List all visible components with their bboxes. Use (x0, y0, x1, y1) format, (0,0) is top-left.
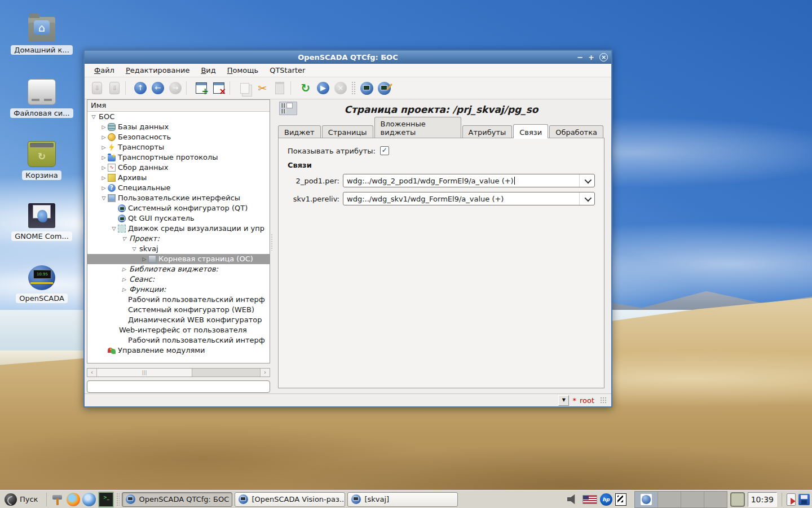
link-combobox[interactable]: wdg:../wdg_2_pod1/wdg_FormEl9/a_value (+… (343, 174, 595, 187)
scroll-right-arrow-icon[interactable]: › (260, 369, 270, 376)
tab-6[interactable]: Обработка (549, 125, 603, 138)
close-button[interactable]: × (599, 53, 608, 62)
hp-tray-icon[interactable] (600, 493, 612, 506)
expander-open-icon[interactable]: ▽ (120, 234, 128, 244)
tree-item[interactable]: Qt GUI пускатель (87, 213, 270, 224)
show-desktop-button[interactable] (730, 492, 745, 507)
splitter-handle[interactable] (271, 234, 273, 251)
scrollbar-track[interactable] (192, 369, 260, 376)
tree-item[interactable]: ▷Корневая страница (ОС) (87, 254, 270, 264)
tab-2[interactable]: Страницы (322, 125, 373, 138)
expander-closed-icon[interactable]: ▷ (140, 254, 148, 264)
tree-item[interactable]: ▷Безопасность (87, 132, 270, 142)
qtcfg-starter-button[interactable] (359, 80, 374, 96)
expander-closed-icon[interactable]: ▷ (120, 284, 128, 295)
tree-item[interactable]: Web-интерфейс от пользователя (87, 325, 270, 335)
tree-search-input[interactable] (87, 380, 270, 393)
refresh-button[interactable]: ↻ (298, 80, 314, 96)
tree-item[interactable]: Рабочий пользовательский интерф (87, 295, 270, 305)
scrollbar-thumb[interactable] (97, 369, 192, 376)
tree-item[interactable]: ▷Транспортные протоколы (87, 152, 270, 163)
expander-closed-icon[interactable]: ▷ (100, 163, 108, 173)
desktop-icon-gnome-commander[interactable]: GNOME Com... (8, 203, 76, 241)
add-item-button[interactable] (193, 80, 209, 96)
tree-item[interactable]: Рабочий пользовательский интерф (87, 335, 270, 345)
task-button-1[interactable]: OpenSCADA QTCfg: БОС (122, 492, 232, 507)
delete-item-button[interactable] (211, 80, 227, 96)
combobox-dropdown-button[interactable] (579, 192, 594, 205)
desktop-icon-trash[interactable]: Корзина (8, 141, 76, 180)
combobox-value[interactable]: wdg:../wdg_skv1/wdg_FormEl9/a_value (+) (343, 195, 579, 203)
menu-item[interactable]: Файл (89, 65, 120, 76)
expander-closed-icon[interactable]: ▷ (100, 142, 108, 152)
pager-desktop-1[interactable] (635, 492, 658, 507)
tree-item[interactable]: Системный конфигуратор (QT) (87, 203, 270, 213)
up-button[interactable]: ↑ (133, 80, 148, 96)
expander-open-icon[interactable]: ▽ (130, 244, 138, 254)
expander-closed-icon[interactable]: ▷ (100, 122, 108, 132)
expander-closed-icon[interactable]: ▷ (100, 183, 108, 193)
tree-item[interactable]: ▷Сбор данных (87, 163, 270, 173)
pager-desktop-3[interactable] (681, 492, 704, 507)
pager-desktop-2[interactable] (658, 492, 681, 507)
link-combobox[interactable]: wdg:../wdg_skv1/wdg_FormEl9/a_value (+) (343, 192, 595, 205)
clock[interactable]: 10:39 (748, 492, 777, 507)
expander-closed-icon[interactable]: ▷ (100, 173, 108, 183)
tree-horizontal-scrollbar[interactable]: ‹ › (87, 368, 270, 377)
start-button[interactable]: Пуск (2, 492, 42, 507)
save-session-icon[interactable] (798, 494, 810, 505)
combobox-value[interactable]: wdg:../wdg_2_pod1/wdg_FormEl9/a_value (+… (343, 177, 579, 185)
expander-open-icon[interactable]: ▽ (110, 224, 118, 234)
expander-closed-icon[interactable]: ▷ (100, 132, 108, 142)
tab-5[interactable]: Связи (513, 124, 548, 138)
thunderbird-launcher-icon[interactable] (82, 493, 96, 506)
expander-open-icon[interactable]: ▽ (100, 193, 108, 203)
expander-closed-icon[interactable]: ▷ (120, 264, 128, 274)
pager-desktop-4[interactable] (704, 492, 727, 507)
tree-item[interactable]: ▷Сеанс: (87, 274, 270, 284)
tab-4[interactable]: Атрибуты (462, 125, 513, 138)
expander-closed-icon[interactable]: ▷ (120, 274, 128, 284)
tree-item[interactable]: ▷Базы данных (87, 122, 270, 132)
expander-closed-icon[interactable]: ▷ (100, 152, 108, 163)
tree-item[interactable]: Управление модулями (87, 345, 270, 356)
tab-1[interactable]: Виджет (278, 125, 321, 138)
document-tray-icon[interactable] (615, 493, 626, 506)
vision-starter-button[interactable] (376, 80, 392, 96)
tree-item[interactable]: ▷Специальные (87, 183, 270, 193)
tree-item[interactable]: ▷Транспорты (87, 142, 270, 152)
window-titlebar[interactable]: OpenSCADA QTCfg: БОС − + × (85, 51, 611, 64)
tree-item[interactable]: ▽skvaj (87, 244, 270, 254)
tree-item[interactable]: ▷Функции: (87, 284, 270, 295)
firefox-launcher-icon[interactable] (67, 493, 80, 506)
tree-item[interactable]: ▷Библиотека виджетов: (87, 264, 270, 274)
menu-item[interactable]: Вид (196, 65, 220, 76)
back-button[interactable]: ← (150, 80, 166, 96)
minimize-button[interactable]: − (577, 54, 583, 61)
task-button-2[interactable]: [OpenSCADA Vision-раз... (235, 492, 345, 507)
volume-icon[interactable] (567, 493, 580, 506)
tree-item[interactable]: ▷Архивы (87, 173, 270, 183)
keyboard-layout-flag-icon[interactable] (582, 495, 597, 504)
tab-3[interactable]: Вложенные виджеты (374, 117, 461, 138)
status-dropdown-button[interactable]: ▼ (558, 395, 569, 406)
logout-icon[interactable] (787, 493, 796, 506)
desktop-icon-openscada[interactable]: OpenSCADA (8, 265, 76, 303)
menu-item[interactable]: Редактирование (121, 65, 195, 76)
tree-item[interactable]: ▽Движок среды визуализации и упр (87, 224, 270, 234)
cut-button[interactable]: ✂ (254, 80, 270, 96)
taskbar-grip[interactable] (116, 493, 120, 506)
resize-grip[interactable] (600, 397, 607, 404)
maximize-button[interactable]: + (588, 54, 594, 61)
terminal-launcher-icon[interactable] (98, 492, 114, 507)
task-button-3[interactable]: [skvaj] (347, 492, 458, 507)
desktop-icon-home[interactable]: Домашний к... (8, 17, 76, 55)
tree-item[interactable]: Динамический WEB конфигуратор (87, 315, 270, 325)
expander-open-icon[interactable]: ▽ (90, 112, 98, 122)
desktop-icon-filesystem[interactable]: Файловая си... (8, 79, 76, 118)
scroll-left-arrow-icon[interactable]: ‹ (87, 369, 97, 376)
tree-item[interactable]: Системный конфигуратор (WEB) (87, 305, 270, 315)
combobox-dropdown-button[interactable] (579, 174, 594, 187)
tree-item[interactable]: ▽Проект: (87, 234, 270, 244)
show-attrs-checkbox[interactable]: ✓ (380, 146, 389, 155)
